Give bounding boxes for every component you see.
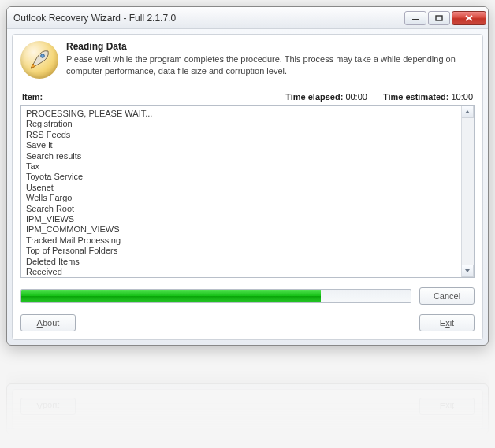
about-mnemonic: A xyxy=(37,318,43,328)
log-line: Deleted Items xyxy=(26,257,456,267)
elapsed-label: Time elapsed: xyxy=(285,92,343,102)
content-panel: Reading Data Please wait while the progr… xyxy=(12,34,483,340)
status-item: Item: xyxy=(22,92,43,102)
processing-line: PROCESSING, PLEASE WAIT... xyxy=(26,109,456,119)
window-title: Outlook Recovery Wizard - Full 2.1.7.0 xyxy=(13,13,176,24)
maximize-button[interactable] xyxy=(428,11,450,25)
estimated-label: Time estimated: xyxy=(383,92,449,102)
wizard-icon xyxy=(20,41,58,79)
scroll-down-button[interactable] xyxy=(462,265,474,277)
log-line: Search Root xyxy=(26,204,456,214)
item-label: Item: xyxy=(22,92,43,102)
footer-row: About Exit xyxy=(20,314,475,331)
elapsed-value: 00:00 xyxy=(345,92,367,102)
scroll-up-button[interactable] xyxy=(462,106,474,118)
maximize-icon xyxy=(435,15,443,21)
divider xyxy=(13,87,482,87)
close-button[interactable] xyxy=(452,11,486,25)
exit-post: it xyxy=(450,318,455,328)
progress-fill xyxy=(21,290,321,302)
log-line: IPM_COMMON_VIEWS xyxy=(26,224,456,235)
log-line: Usenet xyxy=(26,183,456,193)
time-estimated: Time estimated:10:00 xyxy=(383,92,473,102)
log-line: Save it xyxy=(26,140,456,150)
log-line: RSS Feeds xyxy=(26,130,456,140)
reflection-decoration: About Exit xyxy=(6,349,489,435)
status-times: Time elapsed:00:00 Time estimated:10:00 xyxy=(285,92,473,102)
header-row: Reading Data Please wait while the progr… xyxy=(20,41,475,79)
scrollbar[interactable] xyxy=(461,106,474,277)
window-controls xyxy=(404,11,486,25)
log-content: PROCESSING, PLEASE WAIT... RegistrationR… xyxy=(21,106,461,277)
header-text-group: Reading Data Please wait while the progr… xyxy=(66,41,475,77)
progress-bar xyxy=(20,289,411,303)
minimize-icon xyxy=(411,15,419,21)
log-line: Toyota Service xyxy=(26,172,456,182)
log-line: Top of Personal Folders xyxy=(26,246,456,256)
minimize-button[interactable] xyxy=(404,11,426,25)
svg-rect-1 xyxy=(436,16,442,20)
progress-row: Cancel xyxy=(20,287,475,305)
subheading-text: Please wait while the program completes … xyxy=(66,54,475,77)
rocket-icon xyxy=(26,46,53,73)
exit-button[interactable]: Exit xyxy=(419,314,475,331)
svg-point-4 xyxy=(41,54,45,58)
app-window: Outlook Recovery Wizard - Full 2.1.7.0 xyxy=(6,6,489,346)
heading-text: Reading Data xyxy=(66,41,475,52)
log-line: Search results xyxy=(26,151,456,161)
status-row: Item: Time elapsed:00:00 Time estimated:… xyxy=(20,92,475,102)
about-button[interactable]: About xyxy=(20,314,76,331)
log-listbox: PROCESSING, PLEASE WAIT... RegistrationR… xyxy=(20,105,475,278)
close-icon xyxy=(464,14,474,22)
chevron-up-icon xyxy=(464,109,471,114)
log-line: Registration xyxy=(26,119,456,129)
exit-pre: E xyxy=(440,318,445,328)
log-line: Wells Fargo xyxy=(26,193,456,203)
log-line: Tracked Mail Processing xyxy=(26,235,456,246)
time-elapsed: Time elapsed:00:00 xyxy=(285,92,367,102)
log-line: IPM_VIEWS xyxy=(26,214,456,224)
log-line: Tax xyxy=(26,161,456,172)
titlebar: Outlook Recovery Wizard - Full 2.1.7.0 xyxy=(7,7,488,29)
cancel-button[interactable]: Cancel xyxy=(419,287,475,305)
log-line: Received xyxy=(26,267,456,277)
about-rest: bout xyxy=(43,318,59,328)
estimated-value: 10:00 xyxy=(451,92,473,102)
chevron-down-icon xyxy=(464,268,471,273)
